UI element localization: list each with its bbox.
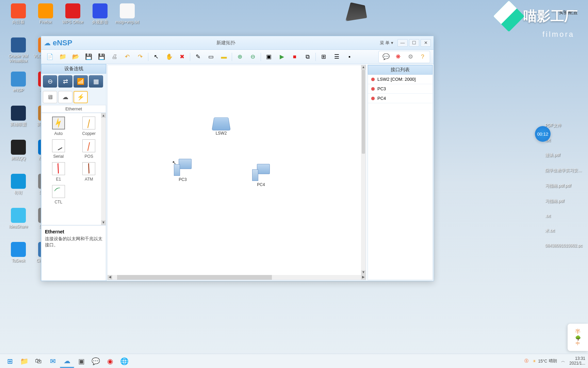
cable-item[interactable]: ╱ATM: [76, 162, 103, 182]
topology-canvas[interactable]: ▲ ▼ LSW2PC3PC4↖: [108, 65, 366, 275]
gather-button[interactable]: ⧉: [303, 52, 313, 62]
pointer-button[interactable]: ↖: [151, 52, 161, 62]
desktop-file-label[interactable]: 08438091010902.pc: [543, 243, 584, 248]
desktop-file-label[interactable]: PDF文件: [543, 123, 584, 128]
folder-button[interactable]: 📂: [70, 52, 81, 62]
undo-button[interactable]: ↶: [122, 52, 132, 62]
terminal-button[interactable]: ▪: [344, 52, 355, 62]
minimize-button[interactable]: —: [397, 39, 408, 47]
category-switch[interactable]: ⇄: [58, 75, 72, 88]
start-button[interactable]: ⊞: [3, 355, 17, 368]
zoom-in-button[interactable]: ⊕: [235, 52, 245, 62]
corner-badge[interactable]: 半 🌳 中: [568, 324, 588, 351]
desktop-icon[interactable]: eNSP: [6, 72, 31, 93]
desktop-icon[interactable]: 英雄联盟: [6, 106, 31, 127]
message-button[interactable]: 💬: [381, 52, 391, 62]
scroll-up-icon[interactable]: ▲: [101, 113, 106, 118]
cable-item[interactable]: ⎯Serial: [45, 139, 72, 159]
interface-row[interactable]: LSW2 [COM: 2000]: [368, 75, 432, 84]
desktop-icon[interactable]: mstp+vrrp.txt: [115, 3, 140, 25]
task-store[interactable]: 🛍: [31, 355, 46, 368]
open-button[interactable]: 📁: [58, 52, 68, 62]
cable-item[interactable]: ／Copper: [76, 117, 103, 136]
stop-button[interactable]: ■: [290, 52, 300, 62]
pan-button[interactable]: ✋: [164, 52, 174, 62]
fill-rect-button[interactable]: ▬: [219, 52, 229, 62]
desktop-file-label[interactable]: 术.txt: [543, 228, 584, 234]
help-button[interactable]: ?: [418, 52, 428, 62]
titlebar[interactable]: ☁ eNSP 新建拓扑 菜 单 ▾ — ☐ ✕: [41, 36, 434, 50]
weather-widget[interactable]: ☀ 15°C 晴朗: [533, 358, 557, 364]
rect-button[interactable]: ▭: [206, 52, 216, 62]
delete-button[interactable]: ✖: [177, 52, 187, 62]
scroll-down-icon[interactable]: ▼: [101, 220, 106, 225]
icon-label: IdeaShare: [6, 224, 31, 229]
task-wechat[interactable]: 💬: [88, 355, 103, 368]
list-button[interactable]: ☰: [331, 52, 342, 62]
save-button[interactable]: 💾: [83, 52, 94, 62]
device-switch[interactable]: LSW2: [213, 116, 229, 136]
redo-button[interactable]: ↷: [135, 52, 145, 62]
icon-label: Firefox: [33, 20, 58, 25]
new-button[interactable]: 📄: [45, 52, 55, 62]
desktop-icon[interactable]: Oracle VM VirtualBox: [6, 37, 31, 64]
canvas-h-scrollbar[interactable]: ◀ ▶: [108, 275, 366, 280]
desktop-icon[interactable]: 向日葵: [6, 3, 31, 25]
interface-row[interactable]: PC3: [368, 84, 432, 94]
desktop-icon[interactable]: Firefox: [33, 3, 58, 25]
desktop-file-label[interactable]: .txt: [543, 138, 584, 143]
category-cable[interactable]: ⚡: [74, 91, 88, 103]
task-ensp[interactable]: ☁: [60, 355, 74, 368]
category-cloud[interactable]: ☁: [58, 91, 72, 103]
cable-item[interactable]: ／POS: [76, 139, 103, 159]
tray-icon[interactable]: ⓢ: [524, 358, 528, 364]
cable-item[interactable]: ⚡Auto: [45, 117, 72, 136]
save-as-button[interactable]: 💾: [96, 52, 107, 62]
desktop-icon[interactable]: IdeaShare: [6, 208, 31, 229]
status-dot-icon: [371, 97, 375, 100]
desktop-file-label[interactable]: .txt: [543, 214, 584, 218]
desktop-icon[interactable]: 腾讯QQ: [6, 140, 31, 161]
topology-button[interactable]: ⊞: [318, 52, 329, 62]
cube-icon[interactable]: [345, 2, 367, 21]
device-pc[interactable]: PC4: [252, 164, 270, 187]
desktop-file-label[interactable]: 习指南.pdf.pdf: [543, 183, 584, 189]
settings-button[interactable]: ⚙: [405, 52, 415, 62]
zoom-out-button[interactable]: ⊖: [248, 52, 258, 62]
capture-button[interactable]: ▣: [264, 52, 274, 62]
desktop-icon[interactable]: ToDesk: [6, 242, 31, 263]
desktop-icon[interactable]: 央视影音: [88, 3, 112, 25]
desktop-icon[interactable]: WPS Office: [61, 3, 85, 25]
device-pc[interactable]: PC3: [174, 159, 192, 182]
category-router[interactable]: ⊖: [43, 75, 57, 88]
category-host[interactable]: 🖥: [43, 91, 57, 103]
cable-item[interactable]: ╱E1: [45, 162, 72, 182]
desktop-file-label[interactable]: 漫谈.pdf: [543, 152, 584, 158]
category-wlan[interactable]: 📶: [74, 75, 88, 88]
recording-timer[interactable]: 00:12: [535, 126, 551, 142]
task-edge[interactable]: 🌐: [117, 355, 131, 368]
tray-chevron[interactable]: ︿: [561, 358, 565, 364]
start-button[interactable]: ▶: [277, 52, 287, 62]
task-explorer[interactable]: 📁: [17, 355, 31, 368]
right-panel: 接口列表 LSW2 [COM: 2000]PC3PC4: [368, 65, 433, 280]
desktop-icon[interactable]: 钉钉: [6, 174, 31, 195]
menu-dropdown[interactable]: 菜 单 ▾: [380, 40, 393, 46]
clock[interactable]: 13:31 2021/1...: [569, 356, 585, 365]
edit-button[interactable]: ✎: [193, 52, 203, 62]
items-scrollbar[interactable]: ▲ ▼: [101, 113, 106, 225]
task-hcl[interactable]: ▣: [74, 355, 88, 368]
close-button[interactable]: ✕: [421, 39, 431, 47]
canvas-v-scrollbar[interactable]: ▲ ▼: [361, 65, 366, 275]
cable-icon: ⌒: [52, 185, 65, 198]
desktop-file-label[interactable]: 院学生教学实习安全承...: [543, 168, 584, 173]
print-button[interactable]: 🖨: [109, 52, 119, 62]
task-netease[interactable]: ◉: [103, 355, 117, 368]
huawei-button[interactable]: ❋: [393, 52, 403, 62]
interface-row[interactable]: PC4: [368, 94, 432, 103]
cable-item[interactable]: ⌒CTL: [45, 185, 72, 204]
category-firewall[interactable]: ▦: [89, 75, 103, 88]
maximize-button[interactable]: ☐: [409, 39, 419, 47]
task-mail[interactable]: ✉: [46, 355, 60, 368]
desktop-file-label[interactable]: 习指南.pdf: [543, 198, 584, 204]
